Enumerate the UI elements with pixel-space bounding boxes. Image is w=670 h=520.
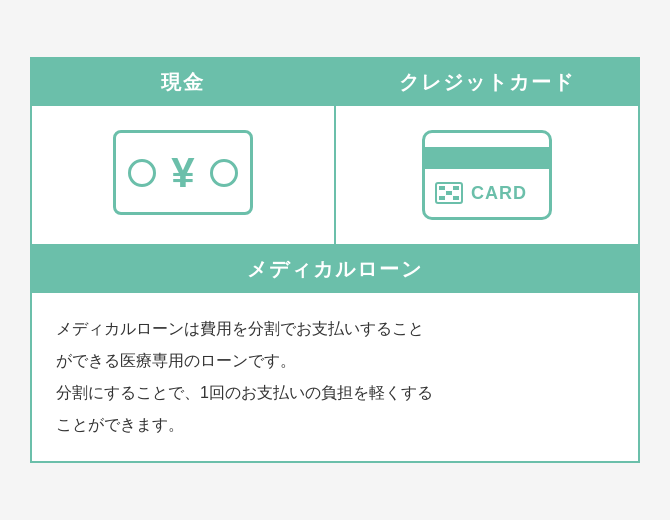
cash-icon-area: ¥ [93, 106, 273, 239]
payment-card: 現金 ¥ クレジットカード [30, 57, 640, 463]
chip-cell [446, 186, 452, 190]
chip-cell [439, 186, 445, 190]
card-bottom: CARD [425, 169, 549, 217]
loan-line2: ができる医療専用のローンです。 [56, 352, 296, 369]
credit-card-icon: CARD [422, 130, 552, 220]
loan-body: メディカルローンは費用を分割でお支払いすること ができる医療専用のローンです。 … [32, 293, 638, 461]
credit-cell: クレジットカード [336, 59, 638, 244]
top-row: 現金 ¥ クレジットカード [32, 59, 638, 246]
card-stripe [425, 147, 549, 169]
yen-symbol: ¥ [171, 152, 194, 194]
loan-line3: 分割にすることで、1回のお支払いの負担を軽くする [56, 384, 433, 401]
chip-cell [453, 191, 459, 195]
loan-line1: メディカルローンは費用を分割でお支払いすること [56, 320, 424, 337]
chip-cell [453, 186, 459, 190]
credit-icon-area: CARD [402, 106, 572, 244]
chip-cell [453, 196, 459, 200]
loan-header: メディカルローン [32, 246, 638, 293]
chip-icon [435, 182, 463, 204]
loan-section: メディカルローン メディカルローンは費用を分割でお支払いすること ができる医療専… [32, 246, 638, 461]
chip-cell [446, 191, 452, 195]
chip-cell [446, 196, 452, 200]
cash-cell: 現金 ¥ [32, 59, 336, 244]
cash-icon: ¥ [113, 130, 253, 215]
chip-cell [439, 196, 445, 200]
card-label: CARD [471, 183, 527, 204]
credit-header: クレジットカード [336, 59, 638, 106]
cash-header: 現金 [32, 59, 334, 106]
loan-line4: ことができます。 [56, 416, 184, 433]
chip-cell [439, 191, 445, 195]
